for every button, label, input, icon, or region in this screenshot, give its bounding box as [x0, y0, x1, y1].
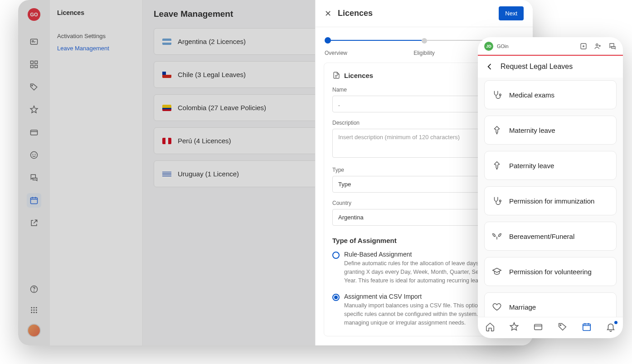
mobile-tabbar: [478, 317, 623, 338]
svg-rect-4: [31, 65, 34, 68]
step-label-overview: Overview: [325, 50, 391, 56]
graduation-icon: [492, 267, 502, 277]
star-icon[interactable]: [27, 102, 41, 117]
tab-bell[interactable]: [606, 322, 616, 332]
next-button[interactable]: Next: [499, 6, 524, 20]
svg-point-15: [34, 307, 35, 308]
slideover-header: ✕ Licences Next: [316, 0, 533, 27]
people-icon[interactable]: [27, 34, 41, 49]
leave-marriage[interactable]: Marriage: [484, 292, 617, 317]
document-icon: [332, 71, 340, 79]
pin-icon: [492, 125, 502, 135]
svg-point-13: [34, 291, 34, 291]
list-label: Paternity leave: [509, 162, 554, 170]
chat-icon[interactable]: [27, 170, 41, 185]
step-dot-overview: [325, 37, 331, 44]
leaf-icon: [492, 231, 502, 241]
grid-icon[interactable]: [27, 57, 41, 72]
mobile-avatar[interactable]: JD: [484, 42, 493, 51]
flag-uruguay-icon: [162, 171, 171, 177]
mobile-header: Request Legal Leaves: [478, 56, 623, 78]
svg-point-26: [500, 200, 501, 202]
leave-volunteering[interactable]: Permission for volunteering: [484, 257, 617, 286]
svg-point-22: [36, 312, 37, 313]
icon-rail: GO: [18, 0, 50, 345]
close-icon[interactable]: ✕: [325, 9, 331, 19]
subnav-activation[interactable]: Activation Settings: [57, 30, 135, 42]
flag-peru-icon: [162, 138, 171, 144]
svg-point-25: [500, 94, 501, 96]
svg-rect-3: [35, 61, 38, 64]
list-label: Medical exams: [509, 91, 554, 99]
mobile-app: JD GOin Request Legal Leaves Medical exa…: [478, 37, 623, 338]
leave-bereavement[interactable]: Bereavement/Funeral: [484, 222, 617, 251]
subnav-leave-mgmt[interactable]: Leave Management: [57, 42, 135, 54]
step-label-eligibility: Eligibility: [391, 50, 457, 56]
slideover-title: Licences: [338, 9, 373, 18]
mobile-app-name: GOin: [497, 44, 509, 49]
tab-home[interactable]: [485, 322, 495, 332]
leave-medical-exams[interactable]: Medical exams: [484, 80, 617, 109]
help-icon[interactable]: [27, 282, 41, 296]
country-label: Perú (4 Licences): [178, 137, 231, 145]
svg-point-20: [31, 312, 32, 313]
subnav-title: Licences: [57, 9, 135, 16]
flag-chile-icon: [162, 72, 171, 78]
svg-rect-2: [31, 61, 34, 64]
radio-icon: [332, 252, 340, 259]
svg-point-24: [596, 44, 598, 46]
stethoscope-icon: [492, 196, 502, 206]
svg-point-16: [36, 307, 37, 308]
list-label: Permission for volunteering: [509, 268, 592, 276]
country-label: Uruguay (1 Licence): [178, 170, 239, 178]
radio-icon: [332, 294, 340, 301]
mobile-topbar: JD GOin: [478, 37, 623, 55]
svg-point-9: [33, 154, 33, 155]
country-label: Chile (3 Legal Leaves): [178, 71, 246, 78]
tab-wallet[interactable]: [533, 322, 543, 332]
smile-icon[interactable]: [27, 148, 41, 162]
notification-dot: [614, 321, 617, 324]
mobile-title: Request Legal Leaves: [501, 63, 573, 71]
leave-immunization[interactable]: Permission for immunization: [484, 186, 617, 215]
wallet-icon[interactable]: [27, 125, 41, 140]
svg-rect-7: [31, 130, 38, 135]
calendar-icon[interactable]: [27, 193, 41, 208]
desktop-app: GO Licences Activation Settings Leave Ma…: [18, 0, 533, 345]
user-avatar[interactable]: [27, 324, 41, 337]
chat-icon[interactable]: [608, 42, 617, 50]
svg-point-1: [32, 41, 34, 42]
svg-point-21: [34, 312, 35, 313]
svg-point-6: [32, 85, 33, 86]
pin-icon: [492, 160, 502, 170]
back-icon[interactable]: [485, 62, 494, 71]
tag-icon[interactable]: [27, 80, 41, 94]
stethoscope-icon: [492, 90, 502, 100]
form-card-title: Licences: [344, 72, 373, 79]
leave-paternity[interactable]: Paternity leave: [484, 151, 617, 180]
leave-maternity[interactable]: Maternity leave: [484, 116, 617, 145]
svg-rect-27: [535, 325, 542, 330]
list-label: Maternity leave: [509, 126, 555, 134]
tab-calendar[interactable]: [582, 322, 592, 332]
svg-point-14: [31, 307, 32, 308]
tab-tag[interactable]: [558, 322, 568, 332]
people-icon[interactable]: [594, 42, 602, 50]
flag-colombia-icon: [162, 105, 171, 111]
country-label: Colombia (27 Leave Policies): [178, 104, 266, 112]
svg-rect-5: [35, 65, 38, 68]
svg-point-28: [560, 325, 561, 325]
flag-argentina-icon: [162, 39, 171, 45]
mobile-list: Medical exams Maternity leave Paternity …: [478, 78, 623, 317]
svg-rect-29: [583, 324, 591, 331]
app-logo[interactable]: GO: [28, 8, 40, 21]
add-icon[interactable]: [579, 42, 588, 50]
external-icon[interactable]: [27, 216, 41, 230]
country-label: Argentina (2 Licences): [178, 38, 246, 45]
tab-star[interactable]: [509, 322, 519, 332]
svg-point-8: [31, 152, 38, 159]
svg-rect-0: [31, 39, 38, 44]
subnav: Licences Activation Settings Leave Manag…: [50, 0, 143, 345]
apps-icon[interactable]: [27, 303, 41, 317]
svg-point-10: [35, 154, 35, 155]
